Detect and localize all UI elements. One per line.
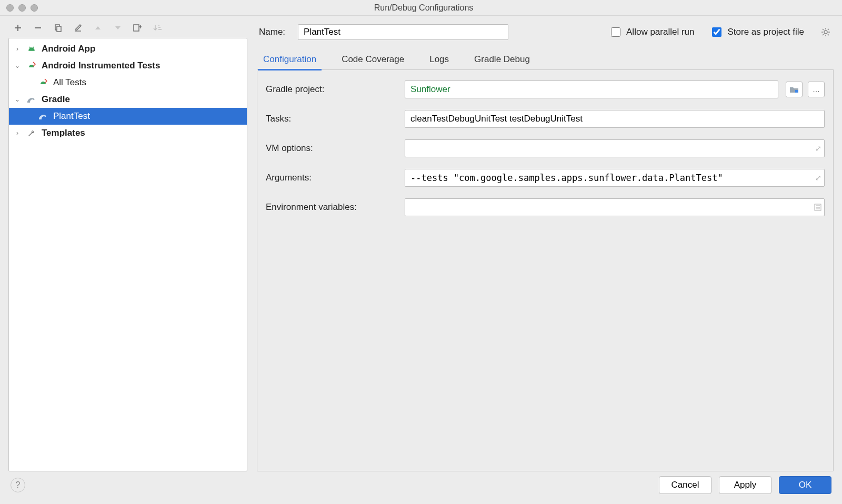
android-test-icon	[37, 77, 49, 88]
arguments-input[interactable]	[405, 169, 825, 187]
svg-point-2	[824, 31, 827, 34]
run-debug-configurations-window: Run/Debug Configurations	[0, 0, 842, 504]
store-as-project-file-checkbox[interactable]	[712, 27, 721, 37]
main-area: ›Android App⌄Android Instrumented TestsA…	[0, 16, 842, 471]
env-vars-label: Environment variables:	[266, 202, 397, 213]
window-traffic-lights	[6, 4, 38, 12]
gradle-project-input[interactable]	[405, 80, 778, 98]
android-icon	[26, 43, 37, 55]
edit-templates-button[interactable]	[73, 23, 83, 33]
gradle-project-label: Gradle project:	[266, 84, 397, 95]
store-as-project-file-check[interactable]: Store as project file	[710, 26, 804, 38]
allow-parallel-run-label: Allow parallel run	[626, 27, 694, 37]
tree-item-planttest[interactable]: PlantTest	[9, 108, 247, 125]
tree-item-label: Android Instrumented Tests	[42, 61, 160, 71]
configuration-form: Gradle project: … Tasks:	[257, 70, 834, 471]
config-tree: ›Android App⌄Android Instrumented TestsA…	[9, 38, 247, 144]
store-settings-gear-icon[interactable]	[820, 26, 831, 38]
tree-item-all-tests[interactable]: All Tests	[9, 74, 247, 91]
sidebar: ›Android App⌄Android Instrumented TestsA…	[8, 21, 247, 471]
zoom-window-dot[interactable]	[31, 4, 38, 12]
svg-rect-3	[795, 90, 798, 93]
gradle-icon	[37, 110, 49, 122]
gradle-project-browse-button[interactable]	[786, 82, 803, 97]
apply-button[interactable]: Apply	[719, 476, 771, 494]
store-as-project-file-label: Store as project file	[727, 27, 804, 37]
tree-item-templates[interactable]: ›Templates	[9, 125, 247, 142]
tab-logs[interactable]: Logs	[427, 49, 451, 70]
tab-gradle-debug[interactable]: Gradle Debug	[472, 49, 532, 70]
tasks-input[interactable]	[405, 110, 825, 128]
add-config-button[interactable]	[13, 23, 23, 33]
move-down-button[interactable]	[113, 23, 123, 33]
android-test-icon	[26, 60, 37, 72]
ok-button[interactable]: OK	[779, 476, 831, 494]
tree-item-label: PlantTest	[53, 111, 90, 122]
cancel-button[interactable]: Cancel	[659, 476, 711, 494]
chevron-right-icon[interactable]: ›	[12, 45, 23, 53]
config-tree-panel: ›Android App⌄Android Instrumented TestsA…	[8, 38, 247, 471]
titlebar: Run/Debug Configurations	[0, 0, 842, 16]
help-button[interactable]: ?	[11, 478, 25, 492]
vm-options-label: VM options:	[266, 143, 397, 154]
tree-item-label: Gradle	[42, 94, 70, 105]
allow-parallel-run-checkbox[interactable]	[611, 27, 620, 37]
dialog-footer: ? Cancel Apply OK	[0, 471, 842, 504]
sort-button[interactable]	[153, 23, 163, 33]
tree-item-label: Templates	[42, 128, 85, 138]
chevron-right-icon[interactable]: ›	[12, 129, 23, 137]
tree-item-android-app[interactable]: ›Android App	[9, 41, 247, 57]
arguments-label: Arguments:	[266, 173, 397, 183]
chevron-down-icon[interactable]: ⌄	[12, 62, 23, 69]
svg-rect-1	[57, 26, 61, 32]
name-input[interactable]	[298, 24, 508, 40]
close-window-dot[interactable]	[6, 4, 14, 12]
config-editor: Name: Allow parallel run Store as projec…	[257, 21, 834, 471]
remove-config-button[interactable]	[33, 23, 43, 33]
vm-options-input[interactable]	[405, 139, 825, 157]
config-tabs: ConfigurationCode CoverageLogsGradle Deb…	[257, 48, 834, 70]
dialog-body: ›Android App⌄Android Instrumented TestsA…	[0, 16, 842, 504]
copy-config-button[interactable]	[53, 23, 63, 33]
env-vars-input[interactable]	[405, 198, 825, 216]
tree-item-android-instrumented-tests[interactable]: ⌄Android Instrumented Tests	[9, 57, 247, 74]
window-title: Run/Debug Configurations	[43, 3, 804, 13]
name-label: Name:	[259, 27, 285, 37]
tree-item-label: All Tests	[53, 77, 86, 88]
tree-item-label: Android App	[42, 44, 95, 54]
name-row-options: Allow parallel run Store as project file	[609, 26, 831, 38]
save-config-button[interactable]	[133, 23, 143, 33]
wrench-icon	[26, 127, 37, 139]
tab-configuration[interactable]: Configuration	[261, 49, 318, 70]
gradle-project-more-button[interactable]: …	[808, 82, 825, 97]
move-up-button[interactable]	[93, 23, 103, 33]
allow-parallel-run-check[interactable]: Allow parallel run	[609, 26, 694, 38]
name-row: Name: Allow parallel run Store as projec…	[257, 21, 834, 48]
tab-code-coverage[interactable]: Code Coverage	[339, 49, 406, 70]
tree-item-gradle[interactable]: ⌄Gradle	[9, 91, 247, 108]
chevron-down-icon[interactable]: ⌄	[12, 96, 23, 103]
tasks-label: Tasks:	[266, 114, 397, 124]
gradle-icon	[26, 94, 37, 105]
minimize-window-dot[interactable]	[18, 4, 26, 12]
sidebar-toolbar	[8, 21, 247, 38]
